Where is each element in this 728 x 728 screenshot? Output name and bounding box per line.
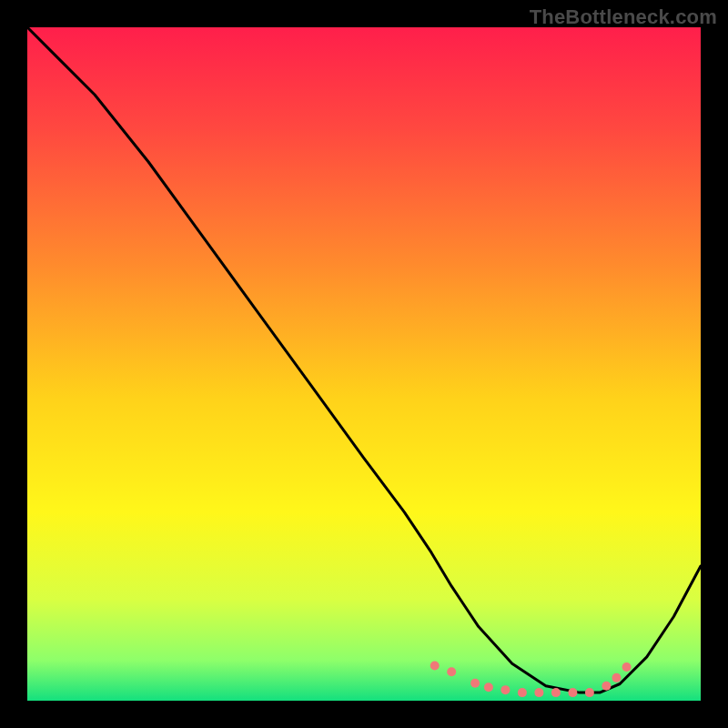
marker-dot <box>612 673 622 682</box>
marker-dot <box>551 688 561 697</box>
marker-dot <box>447 667 456 676</box>
marker-dot <box>470 679 480 688</box>
plot-svg <box>27 27 701 701</box>
gradient-background <box>27 27 701 701</box>
marker-dot <box>602 682 611 691</box>
watermark-label: TheBottleneck.com <box>530 5 717 29</box>
marker-dot <box>585 688 594 697</box>
chart-stage: TheBottleneck.com <box>0 0 728 728</box>
marker-dot <box>534 688 543 697</box>
marker-dot <box>484 682 493 692</box>
marker-dot <box>622 662 632 672</box>
plot-frame <box>27 27 701 701</box>
marker-dot <box>500 685 510 694</box>
marker-dot <box>430 662 440 671</box>
marker-dot <box>518 688 527 697</box>
marker-dot <box>568 688 577 697</box>
